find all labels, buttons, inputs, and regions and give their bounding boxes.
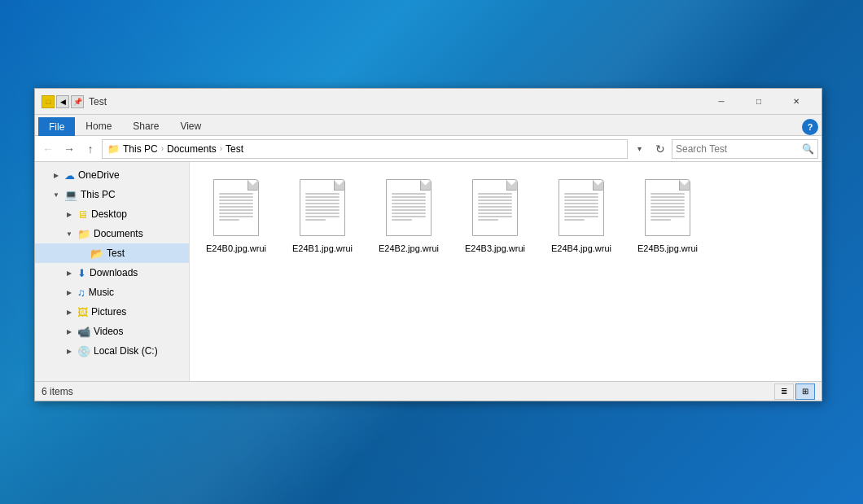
- up-button[interactable]: ↑: [81, 139, 100, 159]
- doc-line: [305, 219, 326, 221]
- music-icon: ♫: [77, 287, 85, 299]
- tab-view[interactable]: View: [169, 116, 212, 135]
- tab-share[interactable]: Share: [122, 116, 169, 135]
- sidebar-item-onedrive[interactable]: ▶ ☁ OneDrive: [35, 165, 189, 185]
- doc-line: [651, 206, 685, 208]
- search-box[interactable]: 🔍: [672, 139, 818, 159]
- sidebar-label-downloads: Downloads: [90, 267, 138, 278]
- file-icon: [210, 176, 262, 239]
- window-title: Test: [89, 96, 703, 107]
- file-item[interactable]: E24B4.jpg.wrui: [545, 172, 618, 258]
- expand-local-disk-icon: ▶: [64, 346, 74, 356]
- file-item[interactable]: E24B3.jpg.wrui: [458, 172, 532, 258]
- doc-line: [392, 216, 426, 217]
- document-icon: [213, 179, 259, 236]
- documents-folder-icon: 📁: [77, 228, 90, 240]
- sidebar-item-pictures[interactable]: ▶ 🖼 Pictures: [35, 302, 189, 322]
- file-item[interactable]: E24B2.jpg.wrui: [372, 172, 445, 258]
- doc-line: [651, 193, 685, 195]
- doc-line: [392, 209, 426, 211]
- path-sep-1: ›: [161, 144, 164, 153]
- minimize-button[interactable]: ─: [703, 89, 740, 115]
- doc-line: [392, 213, 426, 214]
- address-path[interactable]: 📁 This PC › Documents › Test: [102, 139, 628, 159]
- doc-line: [392, 206, 426, 208]
- doc-line: [478, 199, 512, 201]
- doc-line: [305, 199, 340, 201]
- doc-line: [219, 209, 253, 211]
- sidebar-item-desktop[interactable]: ▶ 🖥 Desktop: [35, 204, 189, 224]
- sidebar-label-documents: Documents: [94, 228, 143, 239]
- doc-line: [305, 213, 340, 214]
- expand-onedrive-icon: ▶: [51, 170, 61, 180]
- doc-line: [219, 199, 253, 201]
- doc-line: [564, 209, 598, 211]
- sidebar-item-downloads[interactable]: ▶ ⬇ Downloads: [35, 263, 189, 283]
- search-input[interactable]: [676, 143, 802, 155]
- doc-line: [305, 206, 340, 208]
- address-bar: ← → ↑ 📁 This PC › Documents › Test ▾ ↻ 🔍: [35, 136, 821, 162]
- doc-line: [651, 213, 685, 214]
- doc-line: [219, 213, 253, 214]
- sidebar-item-documents[interactable]: ▼ 📁 Documents: [35, 224, 189, 243]
- doc-line: [564, 199, 598, 201]
- path-documents[interactable]: Documents: [167, 143, 217, 155]
- file-name: E24B3.jpg.wrui: [465, 243, 525, 254]
- sidebar-label-videos: Videos: [94, 326, 123, 337]
- path-test[interactable]: Test: [226, 143, 243, 155]
- file-item[interactable]: E24B5.jpg.wrui: [631, 172, 704, 258]
- sidebar-label-test: Test: [107, 248, 125, 259]
- file-name: E24B0.jpg.wrui: [206, 243, 266, 254]
- sidebar-item-videos[interactable]: ▶ 📹 Videos: [35, 322, 189, 341]
- doc-line: [564, 196, 598, 198]
- doc-line: [392, 199, 426, 201]
- sidebar-item-local-disk[interactable]: ▶ 💿 Local Disk (C:): [35, 341, 189, 361]
- expand-test-icon: [77, 248, 87, 258]
- expand-downloads-icon: ▶: [64, 268, 74, 278]
- main-area: ▶ ☁ OneDrive ▼ 💻 This PC ▶ 🖥 Desktop ▼ 📁…: [35, 162, 821, 381]
- sidebar-item-music[interactable]: ▶ ♫ Music: [35, 283, 189, 302]
- refresh-button[interactable]: ↻: [651, 139, 670, 159]
- downloads-icon: ⬇: [77, 267, 86, 279]
- sidebar-item-this-pc[interactable]: ▼ 💻 This PC: [35, 185, 189, 204]
- back-button[interactable]: ←: [38, 139, 58, 159]
- doc-line: [478, 203, 512, 204]
- file-item[interactable]: E24B1.jpg.wrui: [286, 172, 359, 258]
- doc-line: [651, 203, 685, 204]
- doc-line: [478, 196, 512, 198]
- doc-line: [478, 193, 512, 195]
- sidebar-item-test[interactable]: 📂 Test: [35, 243, 189, 263]
- address-dropdown[interactable]: ▾: [629, 139, 649, 159]
- file-item[interactable]: E24B0.jpg.wrui: [199, 172, 273, 258]
- doc-line: [564, 213, 598, 214]
- doc-line: [478, 206, 512, 208]
- expand-desktop-icon: ▶: [64, 209, 74, 219]
- status-bar: 6 items ≣ ⊞: [35, 381, 821, 401]
- videos-icon: 📹: [77, 326, 90, 338]
- forward-button[interactable]: →: [59, 139, 79, 159]
- doc-line: [219, 193, 253, 195]
- tab-home[interactable]: Home: [75, 116, 122, 135]
- tab-file[interactable]: File: [38, 117, 75, 136]
- title-icon-pin: 📌: [71, 95, 84, 108]
- doc-line: [305, 193, 340, 195]
- doc-line: [651, 209, 685, 211]
- file-icon: [383, 176, 435, 239]
- doc-line: [478, 219, 498, 221]
- grid-view-button[interactable]: ⊞: [795, 383, 815, 400]
- maximize-button[interactable]: □: [740, 89, 778, 115]
- close-button[interactable]: ✕: [778, 89, 815, 115]
- test-folder-icon: 📂: [90, 248, 103, 260]
- doc-line: [564, 206, 598, 208]
- help-button[interactable]: ?: [802, 119, 818, 135]
- doc-line: [392, 196, 426, 198]
- list-view-button[interactable]: ≣: [774, 383, 794, 400]
- file-area: E24B0.jpg.wruiE24B1.jpg.wruiE24B2.jpg.wr…: [190, 162, 821, 381]
- path-folder-icon: 📁: [107, 143, 120, 155]
- doc-line: [219, 216, 253, 217]
- sidebar-label-local-disk: Local Disk (C:): [94, 345, 158, 357]
- path-this-pc[interactable]: This PC: [123, 143, 158, 155]
- doc-line: [478, 213, 512, 214]
- doc-line: [564, 203, 598, 204]
- title-icon-folder: 🗂: [42, 95, 55, 108]
